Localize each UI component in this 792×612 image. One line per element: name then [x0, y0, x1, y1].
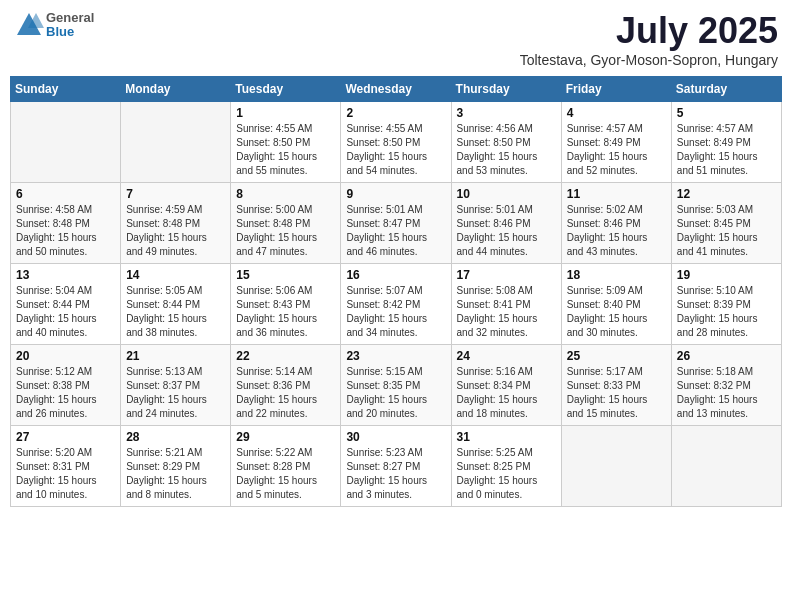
calendar-cell: 24Sunrise: 5:16 AMSunset: 8:34 PMDayligh… — [451, 345, 561, 426]
day-info: Sunrise: 5:23 AMSunset: 8:27 PMDaylight:… — [346, 446, 445, 502]
day-number: 19 — [677, 268, 776, 282]
day-number: 24 — [457, 349, 556, 363]
calendar-cell: 19Sunrise: 5:10 AMSunset: 8:39 PMDayligh… — [671, 264, 781, 345]
day-info: Sunrise: 5:03 AMSunset: 8:45 PMDaylight:… — [677, 203, 776, 259]
calendar-cell: 30Sunrise: 5:23 AMSunset: 8:27 PMDayligh… — [341, 426, 451, 507]
day-number: 28 — [126, 430, 225, 444]
calendar-cell: 10Sunrise: 5:01 AMSunset: 8:46 PMDayligh… — [451, 183, 561, 264]
day-info: Sunrise: 4:57 AMSunset: 8:49 PMDaylight:… — [567, 122, 666, 178]
day-number: 8 — [236, 187, 335, 201]
calendar-cell: 31Sunrise: 5:25 AMSunset: 8:25 PMDayligh… — [451, 426, 561, 507]
weekday-header-friday: Friday — [561, 77, 671, 102]
weekday-header-row: SundayMondayTuesdayWednesdayThursdayFrid… — [11, 77, 782, 102]
day-number: 23 — [346, 349, 445, 363]
day-number: 2 — [346, 106, 445, 120]
calendar-cell: 28Sunrise: 5:21 AMSunset: 8:29 PMDayligh… — [121, 426, 231, 507]
day-info: Sunrise: 4:57 AMSunset: 8:49 PMDaylight:… — [677, 122, 776, 178]
day-info: Sunrise: 5:09 AMSunset: 8:40 PMDaylight:… — [567, 284, 666, 340]
page-header: General Blue July 2025 Toltestava, Gyor-… — [10, 10, 782, 68]
weekday-header-wednesday: Wednesday — [341, 77, 451, 102]
day-info: Sunrise: 5:25 AMSunset: 8:25 PMDaylight:… — [457, 446, 556, 502]
calendar-week-row: 1Sunrise: 4:55 AMSunset: 8:50 PMDaylight… — [11, 102, 782, 183]
calendar-cell: 13Sunrise: 5:04 AMSunset: 8:44 PMDayligh… — [11, 264, 121, 345]
day-number: 6 — [16, 187, 115, 201]
day-info: Sunrise: 5:10 AMSunset: 8:39 PMDaylight:… — [677, 284, 776, 340]
calendar-cell: 12Sunrise: 5:03 AMSunset: 8:45 PMDayligh… — [671, 183, 781, 264]
calendar-cell: 20Sunrise: 5:12 AMSunset: 8:38 PMDayligh… — [11, 345, 121, 426]
day-info: Sunrise: 5:14 AMSunset: 8:36 PMDaylight:… — [236, 365, 335, 421]
day-info: Sunrise: 5:05 AMSunset: 8:44 PMDaylight:… — [126, 284, 225, 340]
day-number: 18 — [567, 268, 666, 282]
calendar-week-row: 27Sunrise: 5:20 AMSunset: 8:31 PMDayligh… — [11, 426, 782, 507]
calendar-cell — [121, 102, 231, 183]
calendar-cell: 14Sunrise: 5:05 AMSunset: 8:44 PMDayligh… — [121, 264, 231, 345]
day-number: 29 — [236, 430, 335, 444]
day-info: Sunrise: 5:12 AMSunset: 8:38 PMDaylight:… — [16, 365, 115, 421]
calendar-cell: 2Sunrise: 4:55 AMSunset: 8:50 PMDaylight… — [341, 102, 451, 183]
calendar-cell — [561, 426, 671, 507]
calendar-week-row: 13Sunrise: 5:04 AMSunset: 8:44 PMDayligh… — [11, 264, 782, 345]
calendar-cell — [11, 102, 121, 183]
day-number: 7 — [126, 187, 225, 201]
day-number: 4 — [567, 106, 666, 120]
day-number: 22 — [236, 349, 335, 363]
logo-blue: Blue — [46, 25, 94, 39]
day-number: 3 — [457, 106, 556, 120]
weekday-header-thursday: Thursday — [451, 77, 561, 102]
day-info: Sunrise: 4:55 AMSunset: 8:50 PMDaylight:… — [236, 122, 335, 178]
day-info: Sunrise: 5:08 AMSunset: 8:41 PMDaylight:… — [457, 284, 556, 340]
day-number: 10 — [457, 187, 556, 201]
day-info: Sunrise: 5:04 AMSunset: 8:44 PMDaylight:… — [16, 284, 115, 340]
calendar-week-row: 20Sunrise: 5:12 AMSunset: 8:38 PMDayligh… — [11, 345, 782, 426]
calendar-cell — [671, 426, 781, 507]
day-info: Sunrise: 5:15 AMSunset: 8:35 PMDaylight:… — [346, 365, 445, 421]
logo: General Blue — [14, 10, 94, 40]
day-info: Sunrise: 5:06 AMSunset: 8:43 PMDaylight:… — [236, 284, 335, 340]
day-info: Sunrise: 4:55 AMSunset: 8:50 PMDaylight:… — [346, 122, 445, 178]
day-number: 30 — [346, 430, 445, 444]
day-number: 5 — [677, 106, 776, 120]
calendar-week-row: 6Sunrise: 4:58 AMSunset: 8:48 PMDaylight… — [11, 183, 782, 264]
weekday-header-sunday: Sunday — [11, 77, 121, 102]
day-info: Sunrise: 5:17 AMSunset: 8:33 PMDaylight:… — [567, 365, 666, 421]
calendar-title: July 2025 — [520, 10, 778, 52]
day-number: 27 — [16, 430, 115, 444]
calendar-cell: 23Sunrise: 5:15 AMSunset: 8:35 PMDayligh… — [341, 345, 451, 426]
day-number: 11 — [567, 187, 666, 201]
day-info: Sunrise: 5:18 AMSunset: 8:32 PMDaylight:… — [677, 365, 776, 421]
day-number: 14 — [126, 268, 225, 282]
day-number: 16 — [346, 268, 445, 282]
logo-icon — [14, 10, 44, 40]
weekday-header-tuesday: Tuesday — [231, 77, 341, 102]
calendar-cell: 3Sunrise: 4:56 AMSunset: 8:50 PMDaylight… — [451, 102, 561, 183]
day-info: Sunrise: 4:56 AMSunset: 8:50 PMDaylight:… — [457, 122, 556, 178]
day-number: 17 — [457, 268, 556, 282]
calendar-cell: 4Sunrise: 4:57 AMSunset: 8:49 PMDaylight… — [561, 102, 671, 183]
day-number: 25 — [567, 349, 666, 363]
day-info: Sunrise: 5:22 AMSunset: 8:28 PMDaylight:… — [236, 446, 335, 502]
calendar-cell: 22Sunrise: 5:14 AMSunset: 8:36 PMDayligh… — [231, 345, 341, 426]
calendar-cell: 18Sunrise: 5:09 AMSunset: 8:40 PMDayligh… — [561, 264, 671, 345]
calendar-cell: 9Sunrise: 5:01 AMSunset: 8:47 PMDaylight… — [341, 183, 451, 264]
day-info: Sunrise: 4:59 AMSunset: 8:48 PMDaylight:… — [126, 203, 225, 259]
calendar-cell: 1Sunrise: 4:55 AMSunset: 8:50 PMDaylight… — [231, 102, 341, 183]
calendar-cell: 7Sunrise: 4:59 AMSunset: 8:48 PMDaylight… — [121, 183, 231, 264]
day-number: 1 — [236, 106, 335, 120]
day-info: Sunrise: 5:20 AMSunset: 8:31 PMDaylight:… — [16, 446, 115, 502]
weekday-header-monday: Monday — [121, 77, 231, 102]
day-info: Sunrise: 4:58 AMSunset: 8:48 PMDaylight:… — [16, 203, 115, 259]
calendar-cell: 11Sunrise: 5:02 AMSunset: 8:46 PMDayligh… — [561, 183, 671, 264]
calendar-cell: 25Sunrise: 5:17 AMSunset: 8:33 PMDayligh… — [561, 345, 671, 426]
day-number: 26 — [677, 349, 776, 363]
calendar-cell: 8Sunrise: 5:00 AMSunset: 8:48 PMDaylight… — [231, 183, 341, 264]
day-info: Sunrise: 5:01 AMSunset: 8:46 PMDaylight:… — [457, 203, 556, 259]
calendar-cell: 27Sunrise: 5:20 AMSunset: 8:31 PMDayligh… — [11, 426, 121, 507]
weekday-header-saturday: Saturday — [671, 77, 781, 102]
day-info: Sunrise: 5:00 AMSunset: 8:48 PMDaylight:… — [236, 203, 335, 259]
calendar-cell: 5Sunrise: 4:57 AMSunset: 8:49 PMDaylight… — [671, 102, 781, 183]
calendar-subtitle: Toltestava, Gyor-Moson-Sopron, Hungary — [520, 52, 778, 68]
calendar-table: SundayMondayTuesdayWednesdayThursdayFrid… — [10, 76, 782, 507]
day-info: Sunrise: 5:21 AMSunset: 8:29 PMDaylight:… — [126, 446, 225, 502]
calendar-cell: 21Sunrise: 5:13 AMSunset: 8:37 PMDayligh… — [121, 345, 231, 426]
calendar-cell: 26Sunrise: 5:18 AMSunset: 8:32 PMDayligh… — [671, 345, 781, 426]
